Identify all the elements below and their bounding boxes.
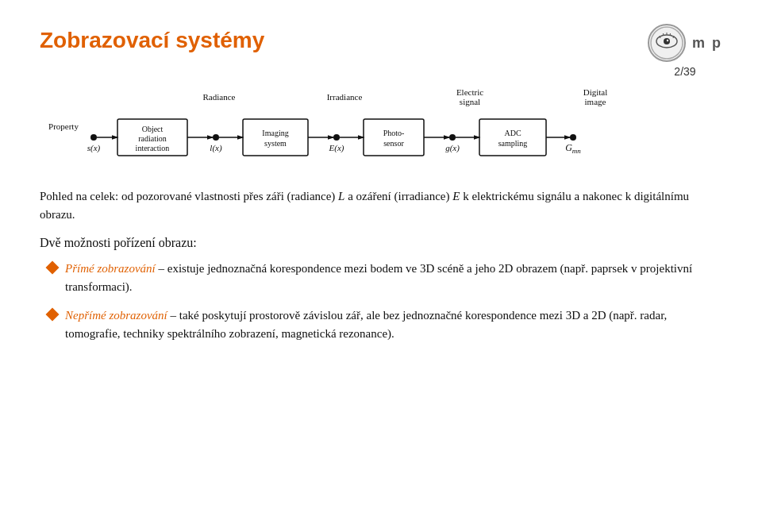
logo-text: m p: [692, 35, 722, 52]
adc-line2: sampling: [498, 139, 528, 148]
bullet-item-2: Nepřímé zobrazování – také poskytují pro…: [48, 306, 722, 342]
section-title: Dvě možnosti pořízení obrazu:: [40, 236, 722, 250]
svg-line-5: [663, 33, 664, 36]
bullet-diamond-1: [46, 261, 60, 275]
digital-line1: Digital: [583, 87, 608, 97]
gx-dot: [449, 134, 456, 141]
highlight-2: Nepřímé zobrazování: [65, 309, 167, 322]
bullet-text-1: Přímé zobrazování – existuje jednoznačná…: [65, 260, 722, 295]
lx-label: l(x): [210, 143, 222, 153]
adc-box: [479, 119, 546, 156]
sx-label: s(x): [87, 143, 101, 153]
main-paragraph: Pohled na celek: od pozorované vlastnost…: [40, 187, 722, 223]
bullet-rest-1: – existuje jednoznačná korespondence mez…: [65, 262, 692, 293]
object-line1: Object: [142, 125, 164, 133]
irradiance-label: Irradiance: [327, 92, 363, 102]
ex-dot: [333, 134, 340, 141]
photosensor-line2: sensor: [383, 139, 404, 148]
photosensor-box: [364, 119, 424, 156]
page: Zobrazovací systémy: [0, 0, 762, 532]
imaging-line2: system: [264, 139, 287, 148]
radiance-label: Radiance: [203, 92, 236, 102]
gx-label: g(x): [445, 143, 460, 153]
imaging-box: [243, 119, 308, 156]
object-line3: interaction: [136, 144, 170, 152]
page-title: Zobrazovací systémy: [40, 28, 264, 53]
header: Zobrazovací systémy: [40, 24, 722, 78]
sx-dot: [90, 134, 97, 141]
imaging-line1: Imaging: [262, 129, 288, 137]
bullet-item-1: Přímé zobrazování – existuje jednoznačná…: [48, 260, 722, 295]
ex-label: E(x): [329, 143, 344, 153]
electric-line1: Electric: [456, 87, 483, 97]
lx-dot: [213, 134, 219, 141]
bullet-text-2: Nepřímé zobrazování – také poskytují pro…: [65, 306, 722, 342]
logo-icon: [648, 24, 686, 62]
svg-point-2: [664, 38, 670, 44]
svg-point-3: [667, 40, 668, 41]
diagram-svg: Property s(x) Object radiation interacti…: [40, 86, 722, 173]
property-label: Property: [48, 121, 79, 131]
highlight-1: Přímé zobrazování: [65, 262, 156, 275]
slide-number: 2/39: [674, 65, 695, 78]
photosensor-line1: Photo-: [383, 129, 405, 137]
gmn-dot: [570, 134, 576, 141]
diagram-area: Property s(x) Object radiation interacti…: [40, 86, 722, 173]
logo-area: m p 2/39: [648, 24, 722, 78]
digital-line2: image: [585, 97, 606, 106]
bullet-section: Přímé zobrazování – existuje jednoznačná…: [48, 260, 722, 342]
bullet-diamond-2: [46, 308, 60, 322]
gmn-label: Gmn: [565, 142, 581, 155]
electric-line2: signal: [460, 97, 480, 106]
svg-line-7: [670, 33, 671, 36]
object-line2: radiation: [138, 134, 167, 143]
adc-line1: ADC: [504, 129, 521, 137]
